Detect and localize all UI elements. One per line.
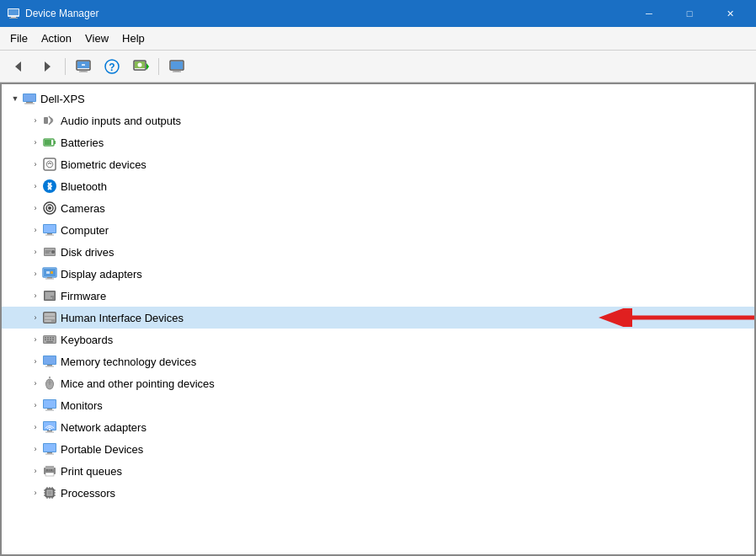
print-chevron[interactable]: › — [29, 464, 42, 478]
bluetooth-icon — [42, 179, 57, 194]
help-button[interactable]: ? — [98, 55, 125, 78]
maximize-button[interactable]: □ — [670, 0, 709, 27]
svg-rect-70 — [47, 339, 49, 341]
close-button[interactable]: ✕ — [711, 0, 749, 27]
memory-chevron[interactable]: › — [29, 355, 42, 368]
monitor-button[interactable] — [163, 55, 190, 78]
portable-chevron[interactable]: › — [29, 442, 42, 456]
update-button[interactable] — [127, 55, 154, 78]
tree-item-monitors[interactable]: › Monitors — [2, 394, 754, 416]
forward-button[interactable] — [34, 55, 61, 78]
tree-item-cameras[interactable]: › Cameras — [2, 197, 754, 219]
tree-item-firmware[interactable]: › Firmware — [2, 285, 754, 307]
svg-point-16 — [138, 62, 142, 67]
tree-root[interactable]: ▼ Dell-XPS — [2, 88, 754, 110]
memory-icon — [42, 354, 57, 369]
root-icon — [22, 91, 37, 106]
title-bar-text: Device Manager — [25, 8, 98, 19]
tree-item-computer[interactable]: › Computer — [2, 219, 754, 241]
tree-item-memory[interactable]: › Memory technology devices — [2, 350, 754, 372]
tree-item-biometric[interactable]: › Biometric devices — [2, 153, 754, 175]
svg-rect-37 — [47, 233, 52, 235]
svg-rect-65 — [45, 337, 46, 339]
svg-rect-3 — [9, 18, 18, 19]
monitors-icon — [42, 398, 57, 413]
minimize-button[interactable]: ─ — [630, 0, 668, 27]
svg-rect-94 — [45, 454, 54, 455]
svg-rect-47 — [45, 279, 54, 280]
svg-rect-23 — [26, 102, 33, 104]
svg-rect-75 — [44, 356, 56, 364]
svg-rect-22 — [24, 94, 35, 101]
tree-item-mice[interactable]: › Mice and other pointing devices — [2, 372, 754, 394]
network-chevron[interactable]: › — [29, 420, 42, 434]
display-chevron[interactable]: › — [29, 267, 42, 281]
svg-rect-59 — [45, 317, 55, 319]
svg-point-41 — [51, 250, 55, 254]
firmware-label: Firmware — [61, 290, 106, 302]
menu-view[interactable]: View — [78, 29, 115, 48]
svg-rect-66 — [47, 337, 49, 339]
svg-rect-46 — [47, 277, 52, 279]
svg-rect-48 — [46, 271, 50, 274]
svg-rect-97 — [45, 473, 54, 476]
svg-rect-84 — [47, 409, 52, 410]
devmgr-button[interactable] — [70, 55, 97, 78]
firmware-icon — [42, 288, 57, 303]
processors-chevron[interactable]: › — [29, 486, 42, 500]
svg-rect-103 — [48, 491, 52, 495]
processors-icon — [42, 485, 57, 500]
network-label: Network adapters — [61, 421, 146, 434]
bluetooth-chevron[interactable]: › — [29, 179, 42, 193]
svg-rect-100 — [51, 470, 52, 471]
tree-item-batteries[interactable]: › Batteries — [2, 131, 754, 153]
disk-label: Disk drives — [61, 246, 114, 259]
menu-action[interactable]: Action — [35, 29, 78, 48]
audio-chevron[interactable]: › — [29, 114, 42, 127]
svg-rect-83 — [44, 400, 56, 408]
tree-item-audio[interactable]: › Audio inputs and outputs — [2, 110, 754, 131]
svg-rect-18 — [171, 61, 183, 69]
print-label: Print queues — [61, 465, 122, 478]
batteries-label: Batteries — [61, 136, 104, 149]
tree-item-keyboards[interactable]: › Keyboards — [2, 329, 754, 350]
svg-rect-68 — [52, 337, 54, 339]
tree-item-network[interactable]: › Network adapters — [2, 416, 754, 438]
tree-item-print[interactable]: › Print queues — [2, 460, 754, 482]
tree-item-hid[interactable]: › Human Interface Devices — [2, 307, 754, 329]
processors-label: Processors — [61, 487, 115, 500]
svg-rect-55 — [45, 298, 52, 299]
disk-chevron[interactable]: › — [29, 245, 42, 259]
svg-point-34 — [47, 206, 49, 207]
menu-file[interactable]: File — [3, 29, 35, 48]
root-chevron[interactable]: ▼ — [8, 92, 22, 105]
tree-view[interactable]: ▼ Dell-XPS › Audio inputs — [2, 84, 754, 554]
tree-item-portable[interactable]: › Portable Devices — [2, 438, 754, 460]
keyboards-chevron[interactable]: › — [29, 333, 42, 346]
svg-rect-60 — [45, 320, 51, 322]
back-button[interactable] — [5, 55, 32, 78]
portable-label: Portable Devices — [61, 443, 143, 456]
svg-rect-67 — [50, 337, 51, 339]
cameras-label: Cameras — [61, 202, 105, 215]
batteries-chevron[interactable]: › — [29, 136, 42, 149]
tree-item-disk[interactable]: › Disk drives — [2, 241, 754, 263]
firmware-chevron[interactable]: › — [29, 289, 42, 302]
menu-help[interactable]: Help — [115, 29, 152, 48]
biometric-chevron[interactable]: › — [29, 158, 42, 171]
monitors-chevron[interactable]: › — [29, 398, 42, 412]
svg-rect-93 — [47, 452, 52, 454]
cameras-chevron[interactable]: › — [29, 201, 42, 215]
tree-item-display[interactable]: › Display adapters — [2, 263, 754, 285]
svg-point-30 — [43, 179, 56, 193]
svg-rect-38 — [45, 235, 54, 236]
computer-chevron[interactable]: › — [29, 223, 42, 237]
display-label: Display adapters — [61, 268, 142, 281]
mice-chevron[interactable]: › — [29, 377, 42, 390]
tree-item-processors[interactable]: › — [2, 482, 754, 504]
tree-item-bluetooth[interactable]: › Bluetooth — [2, 175, 754, 197]
toolbar-separator-1 — [65, 58, 66, 75]
svg-rect-77 — [45, 366, 54, 367]
svg-rect-71 — [50, 339, 51, 341]
hid-chevron[interactable]: › — [29, 311, 42, 324]
